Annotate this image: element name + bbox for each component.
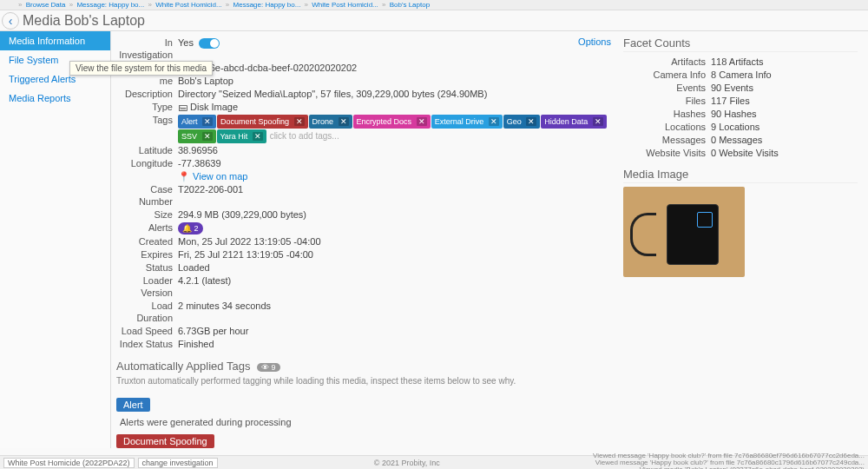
tag-yara-hit[interactable]: Yara Hit ✕ [217,129,266,143]
tag-hidden-data[interactable]: Hidden Data ✕ [541,115,607,129]
media-image[interactable] [623,187,745,277]
facet-counts-title: Facet Counts [623,36,858,52]
change-investigation-button[interactable]: change investigation [138,458,218,468]
remove-tag-icon[interactable]: ✕ [417,117,427,126]
auto-tags-heading: Automatically Applied Tags 👁 9 [116,360,858,373]
breadcrumb[interactable]: » Browse Data » Message: Happy bo... » W… [0,0,868,10]
media-image-title: Media Image [623,168,858,183]
facet-row[interactable]: Camera Info8 Camera Info [623,69,858,81]
status-bar: White Post Homicide (2022PDA22) change i… [0,455,868,469]
facet-row[interactable]: Files117 Files [623,95,858,107]
sidebar: Media Information File System Triggered … [0,31,111,448]
applied-tag-document-spoofing[interactable]: Document Spoofing [116,434,214,448]
page-title: Media Bob's Laptop [23,13,145,29]
file-system-tooltip: View the file system for this media [69,61,213,76]
remove-tag-icon[interactable]: ✕ [526,117,536,126]
tag-encrypted-docs[interactable]: Encrypted Docs ✕ [353,115,431,129]
facet-row[interactable]: Hashes90 Hashes [623,108,858,120]
add-tag-hint[interactable]: click to add tags... [267,131,339,141]
alerts-badge[interactable]: 🔔 2 [178,222,203,234]
back-button[interactable]: ‹ [2,12,19,30]
investigation-toggle[interactable] [199,38,220,49]
facet-row[interactable]: Locations9 Locations [623,121,858,133]
facet-row[interactable]: Events90 Events [623,82,858,94]
sidebar-item-media-reports[interactable]: Media Reports [0,89,110,108]
case-button[interactable]: White Post Homicide (2022PDA22) [3,458,135,468]
tag-geo[interactable]: Geo ✕ [503,115,541,129]
view-on-map-link[interactable]: 📍 View on map [178,171,247,182]
auto-tags-count: 👁 9 [257,363,280,372]
copyright: © 2021 Probity, Inc [221,459,593,467]
content-pane: Options In Investigation Yes ID03377e6e-… [111,31,868,448]
facet-row[interactable]: Messages0 Messages [623,134,858,146]
remove-tag-icon[interactable]: ✕ [593,117,603,126]
remove-tag-icon[interactable]: ✕ [202,132,213,141]
details-column: Options In Investigation Yes ID03377e6e-… [116,36,615,351]
applied-tag-alert[interactable]: Alert [116,398,150,412]
remove-tag-icon[interactable]: ✕ [339,117,349,126]
tag-alert[interactable]: Alert ✕ [178,115,216,129]
auto-tags-subtitle: Truxton automatically performed tagging … [116,376,858,386]
facet-row[interactable]: Artifacts118 Artifacts [623,56,858,68]
options-link[interactable]: Options [578,36,611,47]
tag-ssv[interactable]: SSV ✕ [178,129,216,143]
remove-tag-icon[interactable]: ✕ [202,117,213,126]
remove-tag-icon[interactable]: ✕ [489,117,499,126]
title-bar: ‹ Media Bob's Laptop [0,10,868,31]
facet-row[interactable]: Website Visits0 Website Visits [623,147,858,159]
tag-drone[interactable]: Drone ✕ [309,115,352,129]
tag-document-spoofing[interactable]: Document Spoofing ✕ [217,115,308,129]
sidebar-item-media-information[interactable]: Media Information [0,31,110,50]
remove-tag-icon[interactable]: ✕ [294,117,305,126]
tag-external-drive[interactable]: External Drive ✕ [431,115,503,129]
remove-tag-icon[interactable]: ✕ [253,132,263,141]
facets-column: Facet Counts Artifacts118 ArtifactsCamer… [623,36,858,351]
tag-list[interactable]: Alert ✕Document Spoofing ✕Drone ✕Encrypt… [178,114,615,143]
activity-log: Viewed message 'Happy book club?' from f… [593,452,865,470]
